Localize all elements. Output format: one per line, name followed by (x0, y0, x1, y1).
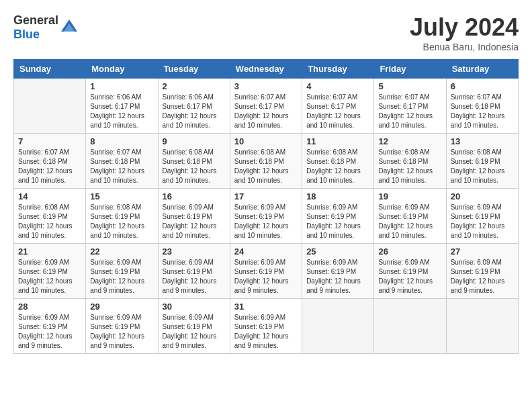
calendar-week-row: 7Sunrise: 6:07 AMSunset: 6:18 PMDaylight… (14, 134, 519, 189)
day-info: Sunrise: 6:09 AMSunset: 6:19 PMDaylight:… (90, 313, 153, 351)
location-title: Benua Baru, Indonesia (410, 42, 519, 52)
weekday-header: Sunday (14, 60, 86, 79)
calendar-cell: 25Sunrise: 6:09 AMSunset: 6:19 PMDayligh… (302, 244, 374, 299)
title-section: July 2024 Benua Baru, Indonesia (410, 13, 519, 52)
day-number: 9 (163, 136, 226, 146)
day-info: Sunrise: 6:09 AMSunset: 6:19 PMDaylight:… (163, 203, 226, 240)
day-number: 25 (306, 246, 369, 257)
day-info: Sunrise: 6:09 AMSunset: 6:19 PMDaylight:… (18, 313, 81, 351)
day-info: Sunrise: 6:09 AMSunset: 6:19 PMDaylight:… (234, 258, 298, 295)
calendar-cell: 8Sunrise: 6:07 AMSunset: 6:18 PMDaylight… (86, 134, 158, 189)
day-info: Sunrise: 6:09 AMSunset: 6:19 PMDaylight:… (306, 258, 369, 295)
day-number: 10 (234, 136, 298, 146)
day-number: 18 (306, 191, 369, 201)
day-number: 27 (451, 246, 514, 257)
logo-text: General Blue (13, 13, 58, 42)
day-info: Sunrise: 6:09 AMSunset: 6:19 PMDaylight:… (163, 313, 226, 351)
calendar-cell: 30Sunrise: 6:09 AMSunset: 6:19 PMDayligh… (158, 299, 230, 354)
calendar-cell: 1Sunrise: 6:06 AMSunset: 6:17 PMDaylight… (86, 79, 158, 134)
day-info: Sunrise: 6:08 AMSunset: 6:18 PMDaylight:… (306, 148, 369, 185)
calendar-cell (446, 299, 518, 354)
weekday-header: Friday (374, 60, 446, 79)
logo-icon (60, 18, 79, 37)
weekday-header: Thursday (302, 60, 374, 79)
day-info: Sunrise: 6:09 AMSunset: 6:19 PMDaylight:… (378, 203, 441, 240)
calendar-cell: 6Sunrise: 6:07 AMSunset: 6:18 PMDaylight… (446, 79, 518, 134)
weekday-header: Monday (86, 60, 158, 79)
day-number: 29 (90, 302, 153, 312)
day-info: Sunrise: 6:09 AMSunset: 6:19 PMDaylight:… (451, 258, 514, 295)
day-number: 11 (306, 136, 369, 146)
day-number: 12 (378, 136, 441, 146)
day-info: Sunrise: 6:07 AMSunset: 6:18 PMDaylight:… (90, 148, 153, 185)
calendar-cell: 3Sunrise: 6:07 AMSunset: 6:17 PMDaylight… (230, 79, 302, 134)
calendar-cell: 19Sunrise: 6:09 AMSunset: 6:19 PMDayligh… (374, 189, 446, 244)
calendar-cell: 27Sunrise: 6:09 AMSunset: 6:19 PMDayligh… (446, 244, 518, 299)
weekday-header: Tuesday (158, 60, 230, 79)
day-info: Sunrise: 6:09 AMSunset: 6:19 PMDaylight:… (234, 203, 298, 240)
calendar-cell: 29Sunrise: 6:09 AMSunset: 6:19 PMDayligh… (86, 299, 158, 354)
calendar-cell (374, 299, 446, 354)
day-info: Sunrise: 6:06 AMSunset: 6:17 PMDaylight:… (90, 93, 153, 130)
day-info: Sunrise: 6:09 AMSunset: 6:19 PMDaylight:… (378, 258, 441, 295)
calendar-week-row: 14Sunrise: 6:08 AMSunset: 6:19 PMDayligh… (14, 189, 519, 244)
day-number: 17 (234, 191, 298, 201)
calendar-cell: 17Sunrise: 6:09 AMSunset: 6:19 PMDayligh… (230, 189, 302, 244)
calendar-cell: 24Sunrise: 6:09 AMSunset: 6:19 PMDayligh… (230, 244, 302, 299)
calendar-cell: 4Sunrise: 6:07 AMSunset: 6:17 PMDaylight… (302, 79, 374, 134)
day-info: Sunrise: 6:07 AMSunset: 6:18 PMDaylight:… (451, 93, 514, 130)
day-number: 13 (451, 136, 514, 146)
day-info: Sunrise: 6:08 AMSunset: 6:18 PMDaylight:… (234, 148, 298, 185)
logo-blue: Blue (13, 28, 40, 41)
day-number: 23 (163, 246, 226, 257)
day-number: 19 (378, 191, 441, 201)
calendar-cell: 2Sunrise: 6:06 AMSunset: 6:17 PMDaylight… (158, 79, 230, 134)
day-number: 14 (18, 191, 81, 201)
day-number: 20 (451, 191, 514, 201)
day-number: 24 (234, 246, 298, 257)
weekday-header: Saturday (446, 60, 518, 79)
calendar-cell: 9Sunrise: 6:08 AMSunset: 6:18 PMDaylight… (158, 134, 230, 189)
calendar-week-row: 28Sunrise: 6:09 AMSunset: 6:19 PMDayligh… (14, 299, 519, 354)
calendar-cell: 10Sunrise: 6:08 AMSunset: 6:18 PMDayligh… (230, 134, 302, 189)
day-number: 22 (90, 246, 153, 257)
day-info: Sunrise: 6:07 AMSunset: 6:17 PMDaylight:… (378, 93, 441, 130)
logo: General Blue (13, 13, 79, 42)
day-info: Sunrise: 6:06 AMSunset: 6:17 PMDaylight:… (163, 93, 226, 130)
day-info: Sunrise: 6:07 AMSunset: 6:17 PMDaylight:… (234, 93, 298, 130)
calendar-cell: 21Sunrise: 6:09 AMSunset: 6:19 PMDayligh… (14, 244, 86, 299)
calendar-cell: 13Sunrise: 6:08 AMSunset: 6:19 PMDayligh… (446, 134, 518, 189)
calendar-week-row: 1Sunrise: 6:06 AMSunset: 6:17 PMDaylight… (14, 79, 519, 134)
calendar-cell: 12Sunrise: 6:08 AMSunset: 6:18 PMDayligh… (374, 134, 446, 189)
day-number: 31 (234, 302, 298, 312)
day-info: Sunrise: 6:08 AMSunset: 6:19 PMDaylight:… (18, 203, 81, 240)
calendar-cell (302, 299, 374, 354)
calendar-cell: 28Sunrise: 6:09 AMSunset: 6:19 PMDayligh… (14, 299, 86, 354)
calendar-table: SundayMondayTuesdayWednesdayThursdayFrid… (13, 59, 519, 354)
day-number: 5 (378, 81, 441, 91)
calendar-cell: 20Sunrise: 6:09 AMSunset: 6:19 PMDayligh… (446, 189, 518, 244)
page-header: General Blue July 2024 Benua Baru, Indon… (13, 13, 519, 52)
calendar-cell: 15Sunrise: 6:08 AMSunset: 6:19 PMDayligh… (86, 189, 158, 244)
day-number: 7 (18, 136, 81, 146)
day-info: Sunrise: 6:09 AMSunset: 6:19 PMDaylight:… (234, 313, 298, 351)
day-number: 8 (90, 136, 153, 146)
calendar-cell: 16Sunrise: 6:09 AMSunset: 6:19 PMDayligh… (158, 189, 230, 244)
day-number: 1 (90, 81, 153, 91)
day-number: 4 (306, 81, 369, 91)
calendar-cell: 31Sunrise: 6:09 AMSunset: 6:19 PMDayligh… (230, 299, 302, 354)
day-info: Sunrise: 6:08 AMSunset: 6:19 PMDaylight:… (90, 203, 153, 240)
calendar-cell: 18Sunrise: 6:09 AMSunset: 6:19 PMDayligh… (302, 189, 374, 244)
day-number: 16 (163, 191, 226, 201)
day-info: Sunrise: 6:09 AMSunset: 6:19 PMDaylight:… (18, 258, 81, 295)
calendar-cell: 14Sunrise: 6:08 AMSunset: 6:19 PMDayligh… (14, 189, 86, 244)
day-info: Sunrise: 6:09 AMSunset: 6:19 PMDaylight:… (90, 258, 153, 295)
day-number: 2 (163, 81, 226, 91)
day-info: Sunrise: 6:08 AMSunset: 6:18 PMDaylight:… (378, 148, 441, 185)
day-number: 28 (18, 302, 81, 312)
day-number: 15 (90, 191, 153, 201)
calendar-cell: 22Sunrise: 6:09 AMSunset: 6:19 PMDayligh… (86, 244, 158, 299)
calendar-cell: 26Sunrise: 6:09 AMSunset: 6:19 PMDayligh… (374, 244, 446, 299)
calendar-cell: 11Sunrise: 6:08 AMSunset: 6:18 PMDayligh… (302, 134, 374, 189)
day-number: 6 (451, 81, 514, 91)
